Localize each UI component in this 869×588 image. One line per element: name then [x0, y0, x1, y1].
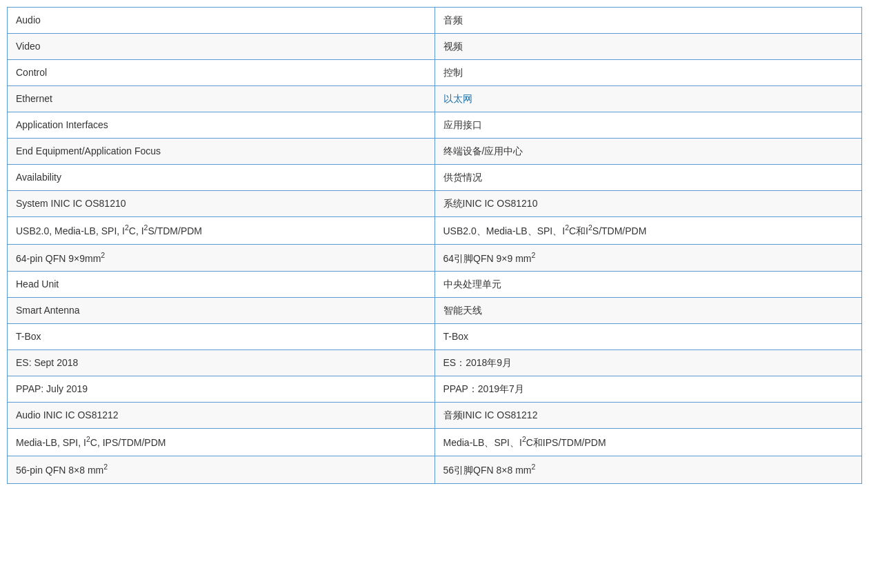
table-row: 56-pin QFN 8×8 mm256引脚QFN 8×8 mm2	[8, 456, 862, 483]
cell-left: Control	[8, 60, 435, 86]
cell-right: 供货情况	[434, 165, 862, 191]
table-row: USB2.0, Media-LB, SPI, I2C, I2S/TDM/PDMU…	[8, 217, 862, 245]
table-row: Smart Antenna智能天线	[8, 298, 862, 324]
table-row: End Equipment/Application Focus终端设备/应用中心	[8, 139, 862, 165]
cell-right: 终端设备/应用中心	[434, 139, 862, 165]
cell-right: ES：2018年9月	[434, 350, 862, 376]
table-row: PPAP: July 2019PPAP：2019年7月	[8, 376, 862, 403]
cell-left: USB2.0, Media-LB, SPI, I2C, I2S/TDM/PDM	[8, 217, 435, 245]
main-table: Audio音频Video视频Control控制Ethernet以太网Applic…	[7, 7, 862, 484]
cell-right: 应用接口	[434, 112, 862, 139]
cell-left: Audio	[8, 8, 435, 34]
table-row: ES: Sept 2018ES：2018年9月	[8, 350, 862, 376]
cell-left: Head Unit	[8, 272, 435, 298]
cell-left: Ethernet	[8, 86, 435, 112]
cell-right: 系统INIC IC OS81210	[434, 191, 862, 217]
table-row: Video视频	[8, 34, 862, 60]
table-row: 64-pin QFN 9×9mm264引脚QFN 9×9 mm2	[8, 244, 862, 272]
table-row: Availability供货情况	[8, 165, 862, 191]
cell-left: 64-pin QFN 9×9mm2	[8, 244, 435, 272]
table-row: Ethernet以太网	[8, 86, 862, 112]
cell-left: End Equipment/Application Focus	[8, 139, 435, 165]
cell-left: Video	[8, 34, 435, 60]
table-row: Audio INIC IC OS81212音频INIC IC OS81212	[8, 403, 862, 429]
cell-right: USB2.0、Media-LB、SPI、I2C和I2S/TDM/PDM	[434, 217, 862, 245]
cell-right: 64引脚QFN 9×9 mm2	[434, 244, 862, 272]
cell-right: Media-LB、SPI、I2C和IPS/TDM/PDM	[434, 429, 862, 456]
cell-left: System INIC IC OS81210	[8, 191, 435, 217]
cell-right: PPAP：2019年7月	[434, 376, 862, 403]
cell-right: 控制	[434, 60, 862, 86]
table-row: T-BoxT-Box	[8, 324, 862, 350]
cell-left: Media-LB, SPI, I2C, IPS/TDM/PDM	[8, 429, 435, 456]
cell-right: 智能天线	[434, 298, 862, 324]
cell-left: PPAP: July 2019	[8, 376, 435, 403]
cell-right: 中央处理单元	[434, 272, 862, 298]
cell-right: T-Box	[434, 324, 862, 350]
cell-left: T-Box	[8, 324, 435, 350]
cell-right: 音频INIC IC OS81212	[434, 403, 862, 429]
table-row: Control控制	[8, 60, 862, 86]
cell-left: Availability	[8, 165, 435, 191]
table-row: Audio音频	[8, 8, 862, 34]
ethernet-link[interactable]: 以太网	[443, 93, 472, 104]
cell-right: 视频	[434, 34, 862, 60]
cell-left: 56-pin QFN 8×8 mm2	[8, 456, 435, 483]
cell-left: Application Interfaces	[8, 112, 435, 139]
cell-left: Smart Antenna	[8, 298, 435, 324]
cell-left: ES: Sept 2018	[8, 350, 435, 376]
table-row: Application Interfaces应用接口	[8, 112, 862, 139]
table-row: Media-LB, SPI, I2C, IPS/TDM/PDMMedia-LB、…	[8, 429, 862, 456]
cell-left: Audio INIC IC OS81212	[8, 403, 435, 429]
cell-right: 音频	[434, 8, 862, 34]
table-row: Head Unit中央处理单元	[8, 272, 862, 298]
cell-right[interactable]: 以太网	[434, 86, 862, 112]
table-row: System INIC IC OS81210系统INIC IC OS81210	[8, 191, 862, 217]
cell-right: 56引脚QFN 8×8 mm2	[434, 456, 862, 483]
